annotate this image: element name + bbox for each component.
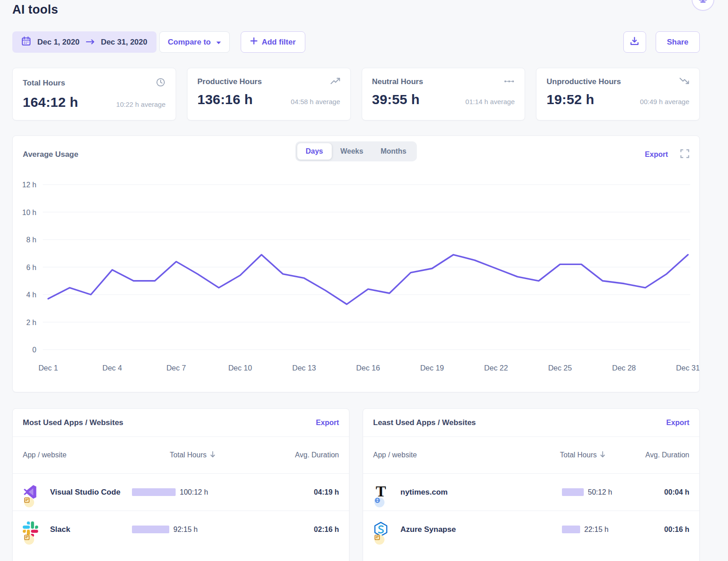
usage-line [48, 255, 688, 304]
stat-average: 10:22 h average [116, 100, 165, 108]
tab-weeks[interactable]: Weeks [332, 143, 372, 160]
table-title: Least Used Apps / Websites [373, 418, 476, 427]
x-axis-label: Dec 19 [420, 364, 444, 372]
compare-to-button[interactable]: Compare to [159, 31, 230, 53]
stat-card-unproductive-hours: Unproductive Hours 19:52 h 00:49 h avera… [536, 68, 700, 120]
monitor-icon [698, 0, 708, 5]
total-hours-value: 100:12 h [180, 488, 208, 496]
website-badge-icon [374, 497, 384, 507]
vscode-icon [23, 484, 39, 501]
x-axis-label: Dec 31 [676, 364, 699, 372]
date-range-end[interactable]: Dec 31, 2020 [101, 38, 147, 47]
neutral-dots-icon [504, 78, 515, 86]
stat-card-neutral-hours: Neutral Hours 39:55 h 01:14 h average [362, 68, 526, 120]
table-export-link[interactable]: Export [316, 419, 339, 427]
add-filter-button[interactable]: Add filter [241, 31, 305, 53]
x-axis-label: Dec 4 [102, 364, 122, 372]
hours-bar [132, 526, 169, 533]
app-badge-icon [374, 535, 384, 545]
table-row[interactable]: Slack92:15 h02:16 h [13, 511, 349, 548]
x-axis-label: Dec 25 [548, 364, 572, 372]
table-row[interactable]: Azure Synapse22:15 h00:16 h [363, 511, 699, 548]
sort-down-icon [210, 451, 216, 460]
col-total-hours[interactable]: Total Hours [110, 451, 275, 460]
table-export-link[interactable]: Export [666, 419, 689, 427]
compare-to-label: Compare to [168, 38, 211, 47]
col-app-website: App / website [373, 451, 540, 459]
stat-value: 164:12 h [23, 95, 78, 110]
stat-label: Total Hours [23, 79, 65, 88]
stat-label: Neutral Hours [372, 77, 423, 86]
sort-down-icon [600, 451, 606, 460]
usage-line-chart: 02 h4 h6 h8 h10 h12 hDec 1Dec 4Dec 7Dec … [13, 165, 699, 391]
stat-label: Productive Hours [197, 77, 262, 86]
app-name: Slack [45, 525, 132, 534]
stat-average: 00:49 h average [640, 98, 689, 105]
azure-synapse-icon [373, 521, 389, 538]
col-total-hours[interactable]: Total Hours [540, 451, 626, 460]
hours-bar [562, 526, 580, 533]
tables-row: Most Used Apps / Websites Export App / w… [12, 408, 700, 561]
app-name: nytimes.com [395, 488, 562, 497]
x-axis-label: Dec 13 [292, 364, 316, 372]
nytimes-icon: T [373, 484, 389, 501]
arrow-right-icon [86, 38, 95, 47]
average-usage-card: Average Usage Days Weeks Months Export 0… [12, 135, 700, 392]
date-range-picker[interactable]: Dec 1, 2020 Dec 31, 2020 [12, 31, 157, 53]
x-axis-label: Dec 16 [356, 364, 380, 372]
total-hours-value: 22:15 h [584, 526, 608, 534]
table-column-headers: App / website Total Hours Avg. Duration [363, 437, 699, 473]
col-avg-duration: Avg. Duration [626, 451, 689, 459]
avg-duration-value: 00:16 h [626, 526, 689, 534]
stat-value: 136:16 h [197, 92, 253, 107]
y-axis-label: 6 h [26, 264, 36, 271]
total-hours-value: 50:12 h [588, 488, 612, 496]
y-axis-label: 0 [32, 346, 36, 354]
y-axis-label: 8 h [26, 236, 36, 244]
stats-row: Total Hours 164:12 h 10:22 h average Pro… [12, 68, 700, 120]
chart-export-link[interactable]: Export [645, 150, 668, 159]
trend-up-icon [330, 77, 340, 86]
app-name: Visual Studio Code [45, 488, 132, 497]
toolbar: Dec 1, 2020 Dec 31, 2020 Compare to Add … [12, 31, 700, 53]
tab-days[interactable]: Days [297, 143, 332, 160]
add-filter-label: Add filter [262, 38, 296, 47]
stat-value: 19:52 h [546, 92, 594, 107]
x-axis-label: Dec 7 [167, 364, 186, 372]
table-row[interactable]: Tnytimes.com50:12 h00:04 h [363, 473, 699, 511]
period-toggle: Days Weeks Months [295, 141, 417, 161]
y-axis-label: 4 h [26, 291, 36, 299]
stat-card-productive-hours: Productive Hours 136:16 h 04:58 h averag… [187, 68, 351, 120]
avg-duration-value: 02:16 h [275, 526, 339, 534]
download-button[interactable] [623, 31, 646, 53]
stat-card-total-hours: Total Hours 164:12 h 10:22 h average [12, 68, 176, 120]
app-name: Azure Synapse [395, 525, 562, 534]
x-axis-label: Dec 28 [612, 364, 636, 372]
table-rows: Visual Studio Code100:12 h04:19 hSlack92… [13, 473, 349, 548]
stat-average: 01:14 h average [465, 98, 515, 105]
date-range-start[interactable]: Dec 1, 2020 [37, 38, 80, 47]
table-column-headers: App / website Total Hours Avg. Duration [13, 437, 349, 473]
share-label: Share [667, 38, 688, 47]
col-avg-duration: Avg. Duration [275, 451, 339, 459]
tab-months[interactable]: Months [372, 143, 415, 160]
x-axis-label: Dec 1 [38, 364, 58, 372]
fullscreen-icon[interactable] [680, 149, 689, 160]
app-badge-icon [24, 535, 34, 545]
stat-value: 39:55 h [372, 92, 420, 107]
col-app-website: App / website [23, 451, 110, 459]
hours-bar [132, 488, 176, 496]
slack-icon [23, 521, 39, 538]
hours-bar [562, 488, 584, 496]
avg-duration-value: 00:04 h [626, 488, 689, 496]
caret-down-icon [216, 38, 221, 47]
table-rows: Tnytimes.com50:12 h00:04 hAzure Synapse2… [363, 473, 699, 548]
stat-label: Unproductive Hours [546, 77, 621, 86]
table-row[interactable]: Visual Studio Code100:12 h04:19 h [13, 473, 349, 511]
total-hours-value: 92:15 h [173, 526, 197, 534]
app-badge-icon [24, 497, 34, 507]
chart-title: Average Usage [23, 150, 78, 159]
calendar-icon [21, 36, 31, 48]
share-button[interactable]: Share [656, 31, 700, 53]
y-axis-label: 10 h [22, 209, 36, 216]
